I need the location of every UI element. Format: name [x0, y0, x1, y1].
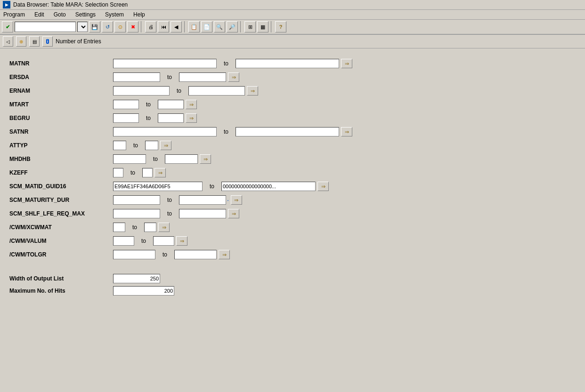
- xcwmat-arrow-button[interactable]: ⇒: [158, 223, 170, 232]
- ernam-label: ERNAM: [9, 88, 113, 94]
- help-btn[interactable]: ?: [275, 21, 286, 32]
- ersda-to-input[interactable]: [179, 72, 226, 82]
- forward-button[interactable]: ⊕: [16, 36, 26, 47]
- find-btn[interactable]: 🔍: [214, 21, 225, 32]
- kzeff-from-input[interactable]: [113, 168, 123, 177]
- xcwmat-row: /CWM/XCWMAT to ⇒: [9, 222, 576, 233]
- begru-row: BEGRU to ⇒: [9, 112, 576, 124]
- menu-system[interactable]: System: [104, 11, 125, 18]
- matnr-to-input[interactable]: [236, 59, 339, 68]
- form-area: MATNR to ⇒ ERSDA to ⇒ ERNAM to ⇒ MTART t…: [9, 53, 576, 267]
- ernam-arrow-button[interactable]: ⇒: [247, 86, 258, 96]
- command-dropdown[interactable]: [77, 22, 88, 32]
- begru-from-input[interactable]: [113, 113, 139, 123]
- tolgr-label: /CWM/TOLGR: [9, 251, 113, 258]
- main-content: MATNR to ⇒ ERSDA to ⇒ ERNAM to ⇒ MTART t…: [0, 48, 585, 303]
- tolgr-arrow-button[interactable]: ⇒: [219, 250, 230, 259]
- maturity-to-input[interactable]: [179, 195, 226, 205]
- globe-button[interactable]: ⊙: [114, 21, 126, 32]
- toolbar2-label: Number of Entries: [56, 38, 101, 45]
- matnr-from-input[interactable]: [113, 59, 217, 68]
- mtart-to-input[interactable]: [158, 100, 184, 109]
- ernam-row: ERNAM to ⇒: [9, 85, 576, 96]
- satnr-to-input[interactable]: [236, 127, 339, 136]
- begru-label: BEGRU: [9, 115, 113, 121]
- begru-to-label: to: [139, 115, 158, 121]
- matnr-label: MATNR: [9, 60, 113, 67]
- guid-to-input[interactable]: [221, 182, 316, 191]
- attyp-to-input[interactable]: [145, 141, 158, 150]
- prev-button[interactable]: ◀: [171, 21, 182, 32]
- paste-btn[interactable]: 📄: [201, 21, 212, 32]
- print-button[interactable]: 🖨: [145, 21, 156, 32]
- kzeff-to-input[interactable]: [142, 168, 153, 177]
- back-button[interactable]: ◁: [3, 36, 13, 47]
- width-input[interactable]: [113, 274, 160, 283]
- attyp-from-input[interactable]: [113, 141, 126, 150]
- menu-goto[interactable]: Goto: [52, 11, 67, 18]
- valum-arrow-button[interactable]: ⇒: [176, 236, 187, 246]
- refresh-button[interactable]: ↺: [102, 21, 113, 32]
- tolgr-from-input[interactable]: [113, 250, 155, 259]
- satnr-from-input[interactable]: [113, 127, 217, 136]
- table-button[interactable]: ▤: [29, 36, 40, 47]
- hits-label: Maximum No. of Hits: [9, 288, 113, 294]
- ernam-to-label: to: [170, 88, 188, 94]
- menu-settings[interactable]: Settings: [74, 11, 97, 18]
- mhdhb-to-input[interactable]: [165, 154, 198, 164]
- separator2: [184, 21, 186, 32]
- shlf-from-input[interactable]: [113, 209, 160, 218]
- width-row: Width of Output List: [9, 274, 576, 283]
- menu-edit[interactable]: Edit: [33, 11, 46, 18]
- valum-from-input[interactable]: [113, 236, 134, 246]
- satnr-row: SATNR to ⇒: [9, 126, 576, 137]
- separator1: [141, 21, 143, 32]
- first-button[interactable]: ⏮: [158, 21, 169, 32]
- valum-row: /CWM/VALUM to ⇒: [9, 235, 576, 247]
- tolgr-to-input[interactable]: [174, 250, 217, 259]
- guid-from-input[interactable]: [113, 182, 203, 191]
- satnr-arrow-button[interactable]: ⇒: [341, 127, 352, 136]
- mtart-arrow-button[interactable]: ⇒: [186, 100, 197, 109]
- xcwmat-label: /CWM/XCWMAT: [9, 224, 113, 231]
- check-button[interactable]: ✔: [2, 21, 13, 32]
- copy-btn[interactable]: 📋: [188, 21, 200, 32]
- shlf-row: SCM_SHLF_LFE_REQ_MAX to ⇒: [9, 208, 576, 219]
- stop-button[interactable]: ✖: [127, 21, 138, 32]
- ersda-label: ERSDA: [9, 74, 113, 80]
- maturity-from-input[interactable]: [113, 195, 160, 205]
- menu-help[interactable]: Help: [132, 11, 146, 18]
- matnr-arrow-button[interactable]: ⇒: [341, 59, 352, 68]
- kzeff-arrow-button[interactable]: ⇒: [154, 168, 166, 177]
- mhdhb-arrow-button[interactable]: ⇒: [200, 154, 211, 164]
- hits-input[interactable]: [113, 286, 174, 296]
- grid-btn[interactable]: ⊞: [244, 21, 256, 32]
- shlf-arrow-button[interactable]: ⇒: [228, 209, 239, 218]
- layout-btn[interactable]: ▦: [257, 21, 268, 32]
- attyp-arrow-button[interactable]: ⇒: [160, 141, 171, 150]
- info-button[interactable]: i: [42, 36, 53, 47]
- ersda-arrow-button[interactable]: ⇒: [228, 72, 239, 82]
- begru-arrow-button[interactable]: ⇒: [186, 113, 197, 123]
- xcwmat-to-input[interactable]: [144, 223, 156, 232]
- ersda-from-input[interactable]: [113, 72, 160, 82]
- begru-to-input[interactable]: [158, 113, 184, 123]
- valum-to-input[interactable]: [153, 236, 174, 246]
- attyp-to-label: to: [126, 142, 145, 149]
- app-icon: ▶: [3, 1, 10, 8]
- separator4: [271, 21, 273, 32]
- menu-program[interactable]: Program: [2, 11, 26, 18]
- find-next-btn[interactable]: 🔎: [227, 21, 238, 32]
- save-button[interactable]: 💾: [89, 21, 100, 32]
- ernam-from-input[interactable]: [113, 86, 170, 96]
- valum-to-label: to: [134, 238, 153, 244]
- mtart-from-input[interactable]: [113, 100, 139, 109]
- maturity-arrow-button[interactable]: ⇒: [231, 195, 242, 205]
- hits-row: Maximum No. of Hits: [9, 286, 576, 296]
- mhdhb-from-input[interactable]: [113, 154, 146, 164]
- guid-arrow-button[interactable]: ⇒: [317, 182, 329, 191]
- ernam-to-input[interactable]: [188, 86, 245, 96]
- xcwmat-from-input[interactable]: [113, 223, 125, 232]
- command-input[interactable]: [15, 22, 76, 32]
- shlf-to-input[interactable]: [179, 209, 226, 218]
